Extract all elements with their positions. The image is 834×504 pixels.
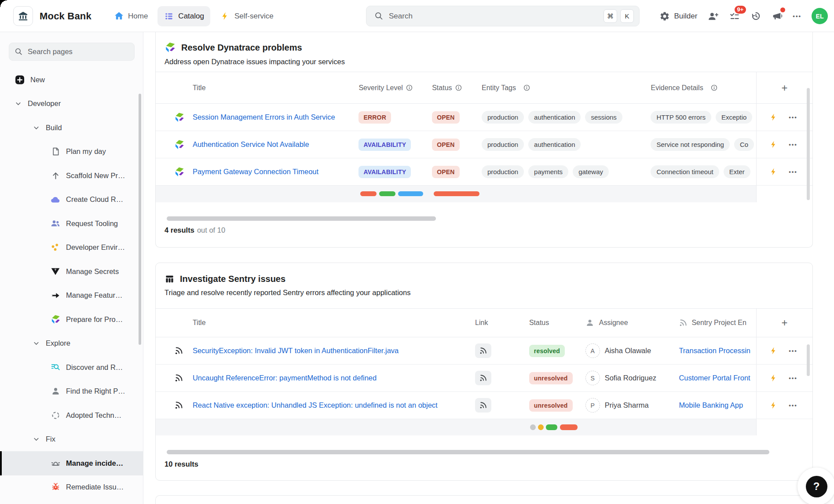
title-column-header[interactable]: Title [193, 309, 475, 337]
row-menu-button[interactable]: ••• [789, 375, 797, 381]
nav-home-label: Home [128, 12, 148, 21]
sidebar-item-find-person[interactable]: Find the Right P… [0, 380, 143, 404]
sidebar-group-label: Developer [28, 99, 61, 108]
entity-tag: production [482, 111, 524, 124]
run-action-icon[interactable] [769, 140, 778, 149]
sidebar-group-build[interactable]: Build [0, 116, 143, 140]
problem-link[interactable]: Authentication Service Not Available [193, 140, 309, 149]
problem-link[interactable]: Payment Gateway Connection Timeout [193, 168, 318, 176]
evidence-tag: HTTP 500 errors [651, 111, 711, 124]
builder-button[interactable]: Builder [659, 11, 697, 22]
more-menu-button[interactable]: ••• [793, 13, 801, 19]
sentry-external-link-button[interactable] [475, 398, 491, 413]
brand-logo[interactable] [13, 6, 33, 26]
project-link[interactable]: Customer Portal Front [679, 374, 750, 382]
assignee-column-header[interactable]: Assignee [585, 309, 679, 337]
history-button[interactable] [750, 11, 761, 22]
sidebar-item-developer-env[interactable]: Developer Envir… [0, 236, 143, 260]
sidebar-item-new[interactable]: New [0, 68, 143, 92]
project-link[interactable]: Transaction Processin [679, 347, 750, 355]
sidebar-item-request-tooling[interactable]: Request Tooling [0, 212, 143, 236]
info-icon[interactable] [455, 84, 462, 91]
megaphone-icon [772, 11, 783, 22]
tags-column-header[interactable]: Entity Tags [482, 72, 651, 103]
sidebar-search[interactable] [9, 43, 135, 61]
partial-row-actions [756, 419, 812, 435]
sidebar-group-fix[interactable]: Fix [0, 427, 143, 452]
status-column-header[interactable]: Status [529, 309, 585, 337]
info-icon[interactable] [406, 84, 413, 91]
project-column-header[interactable]: Sentry Project En [679, 309, 756, 337]
sidebar-search-input[interactable] [28, 47, 129, 56]
invite-users-button[interactable] [707, 11, 719, 22]
sidebar-scrollbar[interactable] [139, 94, 141, 345]
project-link[interactable]: Mobile Banking App [679, 401, 743, 409]
app-page: Mock Bank Home Catalog Self-service [0, 0, 834, 504]
sidebar-item-discover[interactable]: Discover and R… [0, 355, 143, 380]
table-header: Title Link Status Assignee Sentry Projec… [156, 308, 812, 337]
global-search-input[interactable] [389, 12, 600, 21]
nav-home[interactable]: Home [107, 6, 154, 26]
issue-link[interactable]: SecurityException: Invalid JWT token in … [193, 347, 399, 355]
row-menu-button[interactable]: ••• [789, 168, 797, 175]
link-column-header[interactable]: Link [475, 309, 529, 337]
run-action-icon[interactable] [769, 374, 778, 382]
chevron-down-icon [33, 340, 40, 347]
sidebar-item-label: Manage Featur… [66, 291, 122, 299]
vertical-scrollbar[interactable] [807, 344, 810, 376]
help-button[interactable]: ? [797, 467, 834, 504]
title-column-header[interactable]: Title [193, 72, 358, 103]
entity-tag: authentication [528, 138, 581, 151]
run-action-icon[interactable] [769, 347, 778, 355]
home-icon [113, 11, 124, 22]
announcements-button[interactable] [772, 11, 783, 22]
evidence-column-header[interactable]: Evidence Details [651, 72, 757, 103]
info-icon[interactable] [523, 84, 530, 91]
sidebar-group-developer[interactable]: Developer [0, 92, 143, 116]
add-column-button[interactable]: + [756, 72, 812, 103]
sidebar-group-explore[interactable]: Explore [0, 332, 143, 356]
vertical-scrollbar[interactable] [807, 88, 810, 200]
run-action-icon[interactable] [769, 401, 778, 409]
sidebar-item-adopted-tech[interactable]: Adopted Techn… [0, 403, 143, 427]
horizontal-scrollbar[interactable] [167, 450, 769, 454]
sidebar-item-create-cloud[interactable]: Create Cloud R… [0, 188, 143, 212]
nav-catalog[interactable]: Catalog [157, 6, 210, 26]
row-menu-button[interactable]: ••• [789, 347, 797, 354]
sidebar: New Developer Build Plan my day [0, 32, 143, 504]
widget-subtitle: Triage and resolve recently reported Sen… [165, 289, 804, 297]
nav-self-service[interactable]: Self-service [214, 6, 280, 26]
table-row: SecurityException: Invalid JWT token in … [156, 337, 812, 365]
global-search[interactable]: ⌘ K [366, 6, 640, 26]
nav-catalog-label: Catalog [178, 12, 204, 21]
info-icon[interactable] [711, 84, 717, 91]
run-action-icon[interactable] [769, 168, 778, 176]
severity-column-header[interactable]: Severity Level [358, 72, 432, 103]
horizontal-scrollbar[interactable] [167, 216, 436, 221]
sentry-external-link-button[interactable] [475, 371, 491, 385]
issue-link[interactable]: React Native exception: Unhandled JS Exc… [193, 401, 438, 409]
row-menu-button[interactable]: ••• [789, 141, 797, 148]
sidebar-item-plan-my-day[interactable]: Plan my day [0, 140, 143, 164]
sidebar-item-prepare-production[interactable]: Prepare for Pro… [0, 307, 143, 332]
sentry-external-link-button[interactable] [475, 343, 491, 358]
add-column-button[interactable]: + [756, 309, 812, 337]
sidebar-item-manage-incidents[interactable]: Manage incide… [0, 451, 143, 475]
sidebar-item-remediate-issues[interactable]: Remediate Issu… [0, 475, 143, 500]
skeleton-bar [360, 191, 377, 196]
sidebar-group-label: Fix [46, 435, 55, 443]
sidebar-item-manage-secrets[interactable]: Manage Secrets [0, 259, 143, 284]
selected-indicator [0, 451, 2, 475]
sidebar-item-scaffold[interactable]: Scaffold New Pr… [0, 164, 143, 188]
problem-link[interactable]: Session Management Errors in Auth Servic… [193, 113, 335, 121]
user-avatar[interactable]: EL [812, 8, 828, 24]
row-menu-button[interactable]: ••• [789, 114, 797, 121]
run-action-icon[interactable] [769, 113, 778, 121]
issue-link[interactable]: Uncaught ReferenceError: paymentMethod i… [193, 374, 377, 382]
row-menu-button[interactable]: ••• [789, 402, 797, 409]
sentry-icon [174, 373, 183, 383]
status-badge: OPEN [432, 111, 459, 124]
runs-button[interactable]: 9+ [729, 11, 740, 22]
status-column-header[interactable]: Status [432, 72, 482, 103]
sidebar-item-manage-features[interactable]: Manage Featur… [0, 284, 143, 308]
